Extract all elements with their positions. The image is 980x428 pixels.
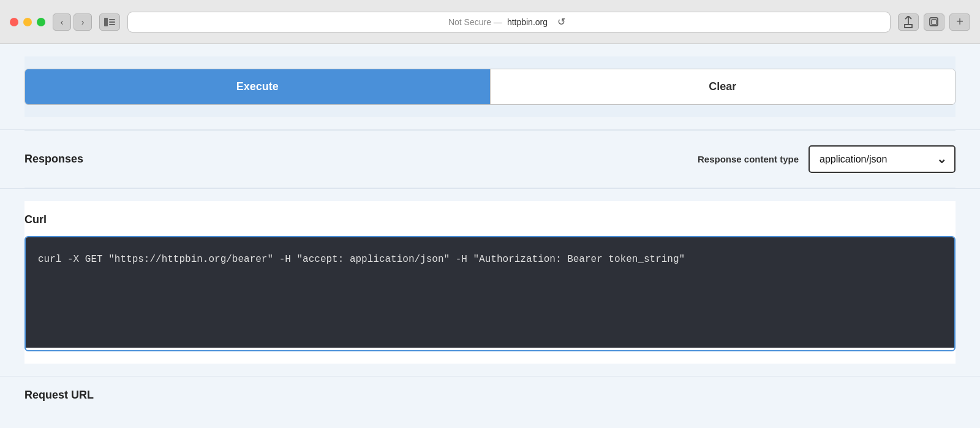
- action-buttons-row: Execute Clear: [24, 69, 956, 105]
- action-buttons-section: Execute Clear: [24, 56, 956, 117]
- request-url-title: Request URL: [24, 389, 94, 401]
- browser-actions: +: [898, 13, 970, 31]
- close-button[interactable]: [10, 18, 18, 26]
- curl-section: Curl curl -X GET "https://httpbin.org/be…: [24, 201, 956, 364]
- responses-title: Responses: [24, 153, 83, 166]
- page-content: Execute Clear Responses Response content…: [0, 44, 980, 428]
- response-content-type-select[interactable]: application/json text/plain application/…: [809, 145, 956, 173]
- not-secure-label: Not Secure —: [448, 17, 502, 27]
- content-type-select-wrapper: application/json text/plain application/…: [809, 145, 956, 173]
- new-tab-button[interactable]: +: [949, 13, 970, 31]
- execute-button[interactable]: Execute: [25, 69, 490, 104]
- response-content-type-row: Response content type application/json t…: [698, 145, 956, 173]
- share-button[interactable]: [898, 13, 919, 31]
- svg-rect-0: [104, 18, 108, 26]
- address-bar[interactable]: Not Secure — httpbin.org ↺: [127, 12, 891, 32]
- traffic-lights: [10, 18, 45, 26]
- curl-textarea[interactable]: curl -X GET "https://httpbin.org/bearer"…: [26, 237, 954, 348]
- curl-title: Curl: [24, 213, 956, 226]
- forward-button[interactable]: ›: [74, 13, 92, 31]
- minimize-button[interactable]: [23, 18, 32, 26]
- nav-buttons: ‹ ›: [53, 13, 92, 31]
- curl-textarea-wrapper: curl -X GET "https://httpbin.org/bearer"…: [24, 236, 956, 351]
- svg-rect-3: [109, 24, 115, 25]
- svg-rect-1: [109, 19, 115, 20]
- back-button[interactable]: ‹: [53, 13, 71, 31]
- browser-chrome: ‹ › Not Secure — httpbin.org ↺ +: [0, 0, 980, 44]
- request-url-section: Request URL: [24, 364, 956, 414]
- responses-section: Responses Response content type applicat…: [24, 130, 956, 188]
- response-content-type-label: Response content type: [698, 154, 799, 164]
- reload-button[interactable]: ↺: [552, 13, 570, 31]
- tabs-button[interactable]: [924, 13, 944, 31]
- maximize-button[interactable]: [37, 18, 45, 26]
- svg-rect-5: [932, 20, 937, 25]
- clear-button[interactable]: Clear: [490, 69, 956, 104]
- svg-rect-2: [109, 21, 115, 23]
- divider-2: [0, 188, 980, 189]
- divider-3: [0, 376, 980, 376]
- domain-label: httpbin.org: [507, 17, 548, 27]
- sidebar-toggle-button[interactable]: [99, 13, 120, 31]
